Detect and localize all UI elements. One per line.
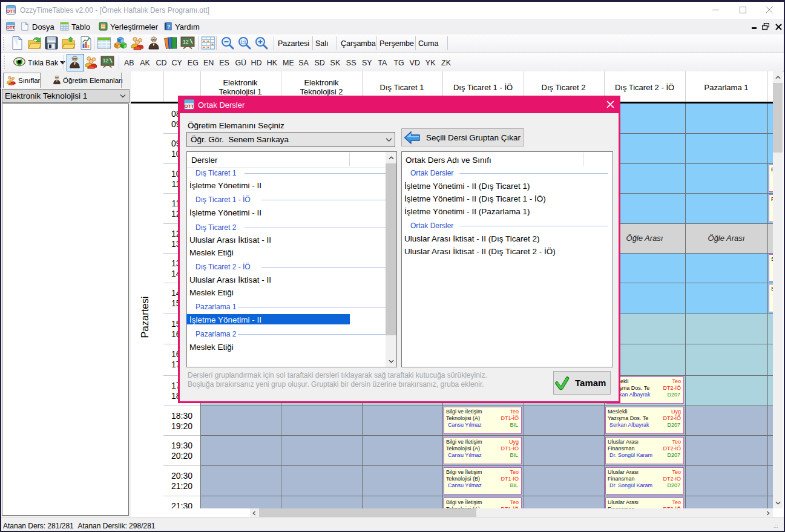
svg-text:OTT: OTT	[185, 103, 194, 109]
svg-text:OTT: OTT	[7, 8, 16, 14]
svg-text:12: 12	[183, 39, 189, 45]
svg-text:?: ?	[167, 24, 170, 30]
svg-text:OTT: OTT	[6, 25, 15, 30]
svg-text:12: 12	[103, 58, 109, 64]
svg-text:1:1: 1:1	[240, 40, 246, 44]
